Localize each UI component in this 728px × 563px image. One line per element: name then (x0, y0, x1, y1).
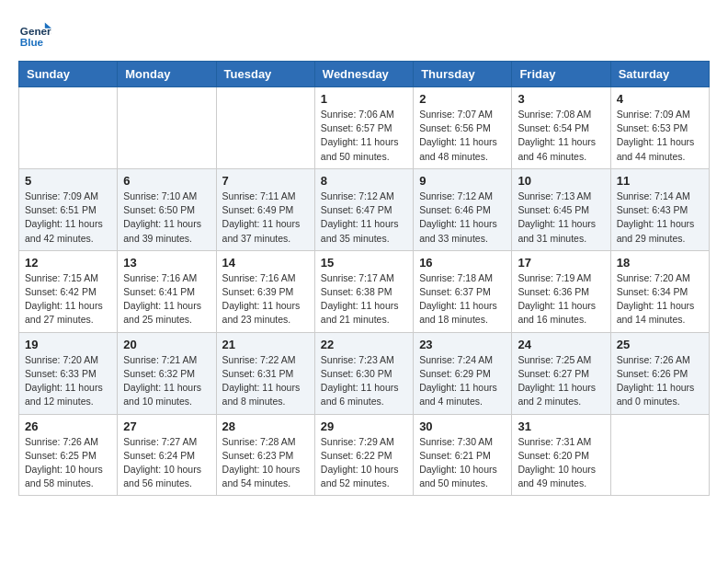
calendar-cell: 11Sunrise: 7:14 AM Sunset: 6:43 PM Dayli… (610, 168, 709, 250)
calendar-cell: 18Sunrise: 7:20 AM Sunset: 6:34 PM Dayli… (610, 250, 709, 332)
day-info: Sunrise: 7:30 AM Sunset: 6:21 PM Dayligh… (419, 435, 506, 491)
day-info: Sunrise: 7:31 AM Sunset: 6:20 PM Dayligh… (518, 435, 604, 491)
day-number: 9 (419, 174, 506, 188)
calendar-cell: 13Sunrise: 7:16 AM Sunset: 6:41 PM Dayli… (118, 250, 216, 332)
calendar-cell: 31Sunrise: 7:31 AM Sunset: 6:20 PM Dayli… (512, 414, 610, 496)
day-number: 2 (419, 92, 506, 106)
day-info: Sunrise: 7:20 AM Sunset: 6:34 PM Dayligh… (617, 271, 703, 327)
day-info: Sunrise: 7:12 AM Sunset: 6:46 PM Dayligh… (419, 190, 506, 246)
week-row-5: 26Sunrise: 7:26 AM Sunset: 6:25 PM Dayli… (19, 414, 710, 496)
day-info: Sunrise: 7:09 AM Sunset: 6:53 PM Dayligh… (617, 108, 703, 164)
day-number: 18 (617, 256, 703, 270)
day-number: 15 (321, 256, 407, 270)
day-number: 16 (419, 256, 506, 270)
week-row-2: 5Sunrise: 7:09 AM Sunset: 6:51 PM Daylig… (19, 168, 710, 250)
calendar-cell: 15Sunrise: 7:17 AM Sunset: 6:38 PM Dayli… (314, 250, 413, 332)
day-number: 14 (222, 256, 309, 270)
calendar-cell (19, 87, 118, 169)
svg-text:Blue: Blue (20, 36, 44, 48)
day-info: Sunrise: 7:06 AM Sunset: 6:57 PM Dayligh… (321, 108, 407, 164)
day-info: Sunrise: 7:17 AM Sunset: 6:38 PM Dayligh… (321, 271, 407, 327)
day-number: 13 (123, 256, 210, 270)
calendar-cell: 22Sunrise: 7:23 AM Sunset: 6:30 PM Dayli… (314, 332, 413, 414)
day-info: Sunrise: 7:16 AM Sunset: 6:39 PM Dayligh… (222, 271, 309, 327)
col-header-wednesday: Wednesday (314, 62, 413, 87)
day-number: 30 (419, 419, 506, 433)
calendar-cell: 20Sunrise: 7:21 AM Sunset: 6:32 PM Dayli… (118, 332, 216, 414)
day-info: Sunrise: 7:26 AM Sunset: 6:25 PM Dayligh… (25, 435, 111, 491)
day-info: Sunrise: 7:14 AM Sunset: 6:43 PM Dayligh… (617, 190, 703, 246)
day-info: Sunrise: 7:13 AM Sunset: 6:45 PM Dayligh… (518, 190, 604, 246)
day-number: 12 (25, 256, 111, 270)
day-info: Sunrise: 7:28 AM Sunset: 6:23 PM Dayligh… (222, 435, 309, 491)
col-header-friday: Friday (512, 62, 610, 87)
week-row-3: 12Sunrise: 7:15 AM Sunset: 6:42 PM Dayli… (19, 250, 710, 332)
day-number: 29 (321, 419, 407, 433)
day-info: Sunrise: 7:16 AM Sunset: 6:41 PM Dayligh… (123, 271, 210, 327)
calendar-cell: 12Sunrise: 7:15 AM Sunset: 6:42 PM Dayli… (19, 250, 118, 332)
calendar-cell (610, 414, 709, 496)
calendar-cell: 1Sunrise: 7:06 AM Sunset: 6:57 PM Daylig… (314, 87, 413, 169)
day-info: Sunrise: 7:27 AM Sunset: 6:24 PM Dayligh… (123, 435, 210, 491)
calendar-cell: 21Sunrise: 7:22 AM Sunset: 6:31 PM Dayli… (216, 332, 314, 414)
day-number: 27 (123, 419, 210, 433)
calendar-cell: 2Sunrise: 7:07 AM Sunset: 6:56 PM Daylig… (414, 87, 512, 169)
calendar-cell: 16Sunrise: 7:18 AM Sunset: 6:37 PM Dayli… (414, 250, 512, 332)
calendar-cell: 28Sunrise: 7:28 AM Sunset: 6:23 PM Dayli… (216, 414, 314, 496)
day-info: Sunrise: 7:09 AM Sunset: 6:51 PM Dayligh… (25, 190, 111, 246)
day-info: Sunrise: 7:22 AM Sunset: 6:31 PM Dayligh… (222, 353, 309, 409)
day-number: 5 (25, 174, 111, 188)
calendar-cell: 26Sunrise: 7:26 AM Sunset: 6:25 PM Dayli… (19, 414, 118, 496)
col-header-tuesday: Tuesday (216, 62, 314, 87)
col-header-thursday: Thursday (414, 62, 512, 87)
logo-icon: General Blue (18, 18, 51, 52)
day-number: 21 (222, 338, 309, 351)
day-info: Sunrise: 7:07 AM Sunset: 6:56 PM Dayligh… (419, 108, 506, 164)
day-number: 6 (123, 174, 210, 188)
day-number: 26 (25, 419, 111, 433)
calendar-cell: 9Sunrise: 7:12 AM Sunset: 6:46 PM Daylig… (414, 168, 512, 250)
calendar-cell: 3Sunrise: 7:08 AM Sunset: 6:54 PM Daylig… (512, 87, 610, 169)
week-row-4: 19Sunrise: 7:20 AM Sunset: 6:33 PM Dayli… (19, 332, 710, 414)
calendar-cell: 14Sunrise: 7:16 AM Sunset: 6:39 PM Dayli… (216, 250, 314, 332)
calendar-cell: 8Sunrise: 7:12 AM Sunset: 6:47 PM Daylig… (314, 168, 413, 250)
calendar-cell (118, 87, 216, 169)
day-info: Sunrise: 7:29 AM Sunset: 6:22 PM Dayligh… (321, 435, 407, 491)
calendar-cell: 27Sunrise: 7:27 AM Sunset: 6:24 PM Dayli… (118, 414, 216, 496)
page-header: General Blue (18, 18, 710, 52)
calendar-cell (216, 87, 314, 169)
day-number: 11 (617, 174, 703, 188)
day-number: 24 (518, 338, 604, 351)
day-info: Sunrise: 7:20 AM Sunset: 6:33 PM Dayligh… (25, 353, 111, 409)
day-info: Sunrise: 7:12 AM Sunset: 6:47 PM Dayligh… (321, 190, 407, 246)
day-info: Sunrise: 7:23 AM Sunset: 6:30 PM Dayligh… (321, 353, 407, 409)
day-info: Sunrise: 7:08 AM Sunset: 6:54 PM Dayligh… (518, 108, 604, 164)
day-number: 19 (25, 338, 111, 351)
calendar-cell: 29Sunrise: 7:29 AM Sunset: 6:22 PM Dayli… (314, 414, 413, 496)
day-info: Sunrise: 7:10 AM Sunset: 6:50 PM Dayligh… (123, 190, 210, 246)
day-number: 23 (419, 338, 506, 351)
day-number: 4 (617, 92, 703, 106)
calendar-cell: 6Sunrise: 7:10 AM Sunset: 6:50 PM Daylig… (118, 168, 216, 250)
col-header-monday: Monday (118, 62, 216, 87)
day-info: Sunrise: 7:19 AM Sunset: 6:36 PM Dayligh… (518, 271, 604, 327)
calendar-cell: 4Sunrise: 7:09 AM Sunset: 6:53 PM Daylig… (610, 87, 709, 169)
calendar-cell: 17Sunrise: 7:19 AM Sunset: 6:36 PM Dayli… (512, 250, 610, 332)
calendar-cell: 7Sunrise: 7:11 AM Sunset: 6:49 PM Daylig… (216, 168, 314, 250)
day-info: Sunrise: 7:24 AM Sunset: 6:29 PM Dayligh… (419, 353, 506, 409)
col-header-saturday: Saturday (610, 62, 709, 87)
day-number: 3 (518, 92, 604, 106)
logo: General Blue (18, 18, 51, 52)
day-info: Sunrise: 7:26 AM Sunset: 6:26 PM Dayligh… (617, 353, 703, 409)
day-number: 7 (222, 174, 309, 188)
day-info: Sunrise: 7:21 AM Sunset: 6:32 PM Dayligh… (123, 353, 210, 409)
day-number: 17 (518, 256, 604, 270)
calendar-cell: 10Sunrise: 7:13 AM Sunset: 6:45 PM Dayli… (512, 168, 610, 250)
calendar-cell: 23Sunrise: 7:24 AM Sunset: 6:29 PM Dayli… (414, 332, 512, 414)
week-row-1: 1Sunrise: 7:06 AM Sunset: 6:57 PM Daylig… (19, 87, 710, 169)
calendar-cell: 30Sunrise: 7:30 AM Sunset: 6:21 PM Dayli… (414, 414, 512, 496)
calendar-cell: 19Sunrise: 7:20 AM Sunset: 6:33 PM Dayli… (19, 332, 118, 414)
day-number: 10 (518, 174, 604, 188)
day-number: 22 (321, 338, 407, 351)
calendar-cell: 5Sunrise: 7:09 AM Sunset: 6:51 PM Daylig… (19, 168, 118, 250)
